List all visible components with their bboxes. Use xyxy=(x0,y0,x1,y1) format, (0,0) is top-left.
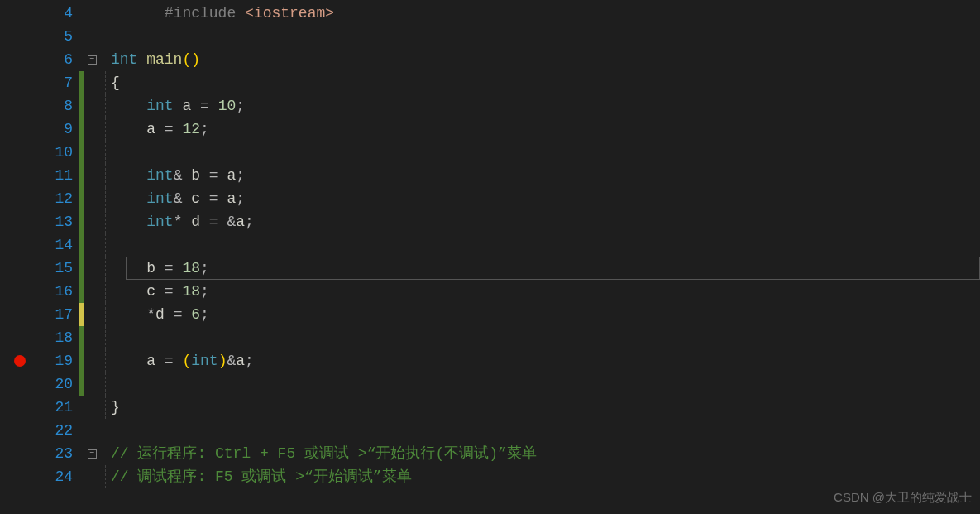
token: ; xyxy=(236,167,245,184)
code-line[interactable]: 20 xyxy=(0,372,980,396)
token xyxy=(137,51,146,68)
change-indicator xyxy=(79,187,84,210)
change-indicator xyxy=(79,164,84,187)
code-line[interactable]: 23−// 运行程序: Ctrl + F5 或调试 >“开始执行(不调试)”菜单 xyxy=(0,442,980,465)
token xyxy=(174,260,183,276)
indent-guide xyxy=(99,257,111,280)
indent-guide xyxy=(99,94,111,118)
indent-guide xyxy=(99,164,111,187)
line-number: 24 xyxy=(40,465,79,488)
token: int xyxy=(146,167,173,184)
code-content[interactable]: int& b = a; xyxy=(111,164,980,187)
token: a xyxy=(111,353,165,369)
token: a xyxy=(111,121,165,137)
code-content[interactable]: #include <iostream> xyxy=(111,2,980,25)
fold-collapse-icon[interactable]: − xyxy=(88,449,97,459)
token: = xyxy=(209,167,218,184)
code-line[interactable]: 21} xyxy=(0,396,980,419)
code-line[interactable]: 10 xyxy=(0,141,980,164)
line-number: 7 xyxy=(40,71,79,94)
token: = xyxy=(209,190,218,207)
code-content[interactable]: a = (int)&a; xyxy=(111,349,980,372)
change-indicator xyxy=(79,372,84,396)
code-content[interactable]: *d = 6; xyxy=(111,303,980,326)
token: 6 xyxy=(191,306,200,323)
code-content[interactable]: b = 18; xyxy=(111,257,980,280)
line-number: 23 xyxy=(40,442,79,465)
token: a xyxy=(174,98,200,114)
token: } xyxy=(111,399,120,416)
fold-gutter[interactable]: − xyxy=(84,449,99,459)
code-content[interactable]: // 调试程序: F5 或调试 >“开始调试”菜单 xyxy=(111,465,980,488)
token xyxy=(111,5,165,22)
token: a xyxy=(218,190,237,207)
token: & xyxy=(174,190,183,207)
code-content[interactable]: } xyxy=(111,396,980,419)
indent-guide xyxy=(99,396,111,419)
code-content[interactable]: // 运行程序: Ctrl + F5 或调试 >“开始执行(不调试)”菜单 xyxy=(111,442,980,465)
code-line[interactable]: 19 a = (int)&a; xyxy=(0,349,980,372)
code-line[interactable]: 16 c = 18; xyxy=(0,280,980,303)
change-indicator xyxy=(79,280,84,303)
code-line[interactable]: 24// 调试程序: F5 或调试 >“开始调试”菜单 xyxy=(0,465,980,488)
code-line[interactable]: 5 xyxy=(0,25,980,48)
code-line[interactable]: 15 b = 18; xyxy=(0,257,980,280)
line-number: 9 xyxy=(40,118,79,141)
change-indicator xyxy=(79,465,84,488)
change-indicator xyxy=(79,118,84,141)
token xyxy=(111,190,146,207)
code-content[interactable]: { xyxy=(111,71,980,94)
code-line[interactable]: 9 a = 12; xyxy=(0,118,980,141)
fold-gutter[interactable]: − xyxy=(84,55,99,65)
code-line[interactable]: 6−int main() xyxy=(0,48,980,71)
code-line[interactable]: 18 xyxy=(0,326,980,349)
token: // 运行程序: Ctrl + F5 或调试 >“开始执行(不调试)”菜单 xyxy=(111,445,537,462)
token: & xyxy=(174,167,183,184)
line-number: 14 xyxy=(40,233,79,257)
fold-collapse-icon[interactable]: − xyxy=(88,55,97,65)
token: #include xyxy=(165,5,236,22)
indent-guide xyxy=(99,48,111,71)
token: b xyxy=(182,167,208,184)
token: = xyxy=(165,121,174,137)
token: 18 xyxy=(182,283,200,300)
code-content[interactable]: int& c = a; xyxy=(111,187,980,210)
code-line[interactable]: 12 int& c = a; xyxy=(0,187,980,210)
indent-guide xyxy=(99,442,111,465)
line-number: 5 xyxy=(40,25,79,48)
code-content[interactable]: int a = 10; xyxy=(111,94,980,118)
code-line[interactable]: 7{ xyxy=(0,71,980,94)
token: // 调试程序: F5 或调试 >“开始调试”菜单 xyxy=(111,468,412,485)
code-line[interactable]: 11 int& b = a; xyxy=(0,164,980,187)
code-content[interactable]: c = 18; xyxy=(111,280,980,303)
indent-guide xyxy=(99,465,111,488)
indent-guide xyxy=(99,25,111,48)
indent-guide xyxy=(99,326,111,349)
change-indicator xyxy=(79,326,84,349)
indent-guide xyxy=(99,2,111,25)
indent-guide xyxy=(99,210,111,233)
code-line[interactable]: 17 *d = 6; xyxy=(0,303,980,326)
indent-guide xyxy=(99,372,111,396)
code-line[interactable]: 13 int* d = &a; xyxy=(0,210,980,233)
code-content[interactable]: a = 12; xyxy=(111,118,980,141)
token: b xyxy=(111,260,165,276)
indent-guide xyxy=(99,419,111,442)
line-number: 8 xyxy=(40,94,79,118)
token xyxy=(111,98,146,114)
breakpoint-margin[interactable] xyxy=(0,355,40,367)
code-line[interactable]: 8 int a = 10; xyxy=(0,94,980,118)
code-line[interactable]: 14 xyxy=(0,233,980,257)
code-editor[interactable]: 4 #include <iostream>56−int main()7{8 in… xyxy=(0,0,980,514)
line-number: 12 xyxy=(40,187,79,210)
code-line[interactable]: 22 xyxy=(0,419,980,442)
breakpoint-icon[interactable] xyxy=(14,355,26,367)
token: & xyxy=(227,353,236,369)
token xyxy=(111,214,146,230)
code-line[interactable]: 4 #include <iostream> xyxy=(0,2,980,25)
code-content[interactable]: int* d = &a; xyxy=(111,210,980,233)
change-indicator xyxy=(79,71,84,94)
indent-guide xyxy=(99,118,111,141)
indent-guide xyxy=(99,280,111,303)
code-content[interactable]: int main() xyxy=(111,48,980,71)
